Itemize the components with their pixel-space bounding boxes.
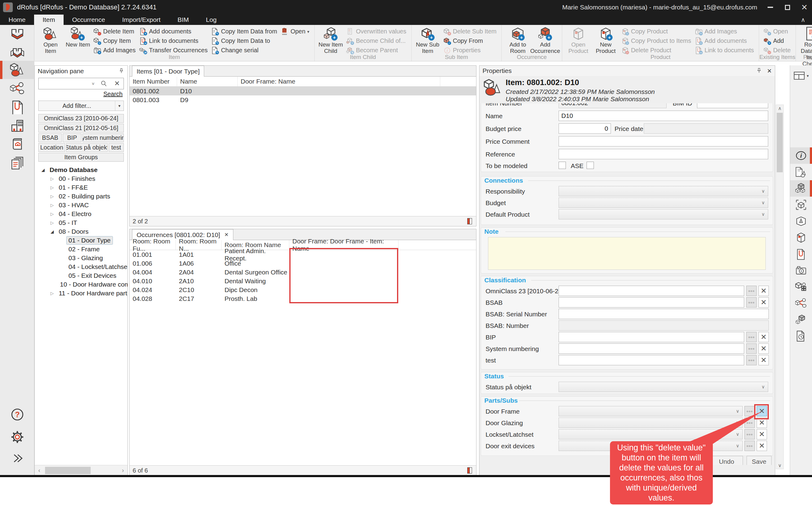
menu-tab-item[interactable]: Item [34, 15, 64, 25]
table-row[interactable]: 0801.002D10 [130, 87, 476, 95]
delete-value-button-door-frame[interactable]: ✕ [757, 406, 767, 416]
add-filter-button[interactable]: Add filter... ▾ [38, 101, 124, 111]
browse-button-test[interactable]: ○○○ [746, 355, 757, 365]
input-bip[interactable] [558, 332, 744, 342]
sidebar-item-reports[interactable] [0, 154, 35, 173]
browse-button-bip[interactable]: ○○○ [746, 332, 757, 342]
table-row[interactable]: 04.0282C17Prosth. Lab [130, 294, 476, 303]
filter-button-system-numbering[interactable]: System numbering [82, 134, 124, 142]
scroll-down-icon[interactable]: ∨ [776, 462, 784, 468]
minimize-button[interactable] [766, 3, 775, 12]
search-icon[interactable] [100, 80, 108, 87]
bim-id-field[interactable] [697, 103, 768, 108]
tree-node-11-door-hardware-parts[interactable]: ▷11 - Door Hardware parts [35, 289, 128, 298]
table-row[interactable]: 0801.003D9 [130, 95, 476, 104]
delete-value-button-system-numbering[interactable]: ✕ [758, 343, 769, 354]
open-button[interactable]: wwwOpen▾ [281, 27, 310, 36]
expand-icon[interactable]: ▷ [51, 291, 57, 296]
right-strip-layout-table[interactable]: ▾ [790, 68, 812, 84]
copy-item-data-from-button[interactable]: ✎Copy Item Data from [211, 27, 277, 36]
sidebar-item-help[interactable]: ? [0, 405, 35, 424]
price-comment-field[interactable] [558, 136, 768, 147]
pin-icon[interactable] [118, 68, 124, 74]
collapse-ribbon-icon[interactable]: ∧ [801, 16, 805, 23]
column-header-room-room-n[interactable]: Room: Room N... [176, 240, 221, 250]
collapse-icon[interactable]: ◢ [42, 167, 48, 172]
collapse-icon[interactable]: ◢ [51, 229, 57, 234]
input-test[interactable] [558, 355, 744, 365]
right-strip-item-connections[interactable] [790, 295, 812, 312]
tree-node-03-glazing[interactable]: 03 - Glazing [35, 253, 128, 262]
right-strip-log-history[interactable] [790, 328, 812, 344]
column-header-item-number[interactable]: Item Number [130, 77, 177, 86]
filter-button-status-p-objekt[interactable]: Status på objekt [66, 143, 108, 152]
sidebar-item-expand[interactable] [0, 449, 35, 468]
dropdown-lockset-latchset[interactable]: ∨ [558, 429, 743, 439]
expand-icon[interactable]: ▷ [51, 212, 57, 217]
new-product-button[interactable]: +New Product [592, 26, 619, 54]
menu-tab-home[interactable]: Home [0, 15, 34, 25]
browse-button-lockset-latchset[interactable]: ○○○ [744, 429, 755, 439]
vertical-scrollbar[interactable]: ∧ ∨ [776, 104, 784, 469]
filter-button-location[interactable]: Location [38, 143, 65, 152]
delete-value-button-door-glazing[interactable]: ✕ [757, 418, 767, 428]
scrollbar-thumb[interactable] [45, 467, 91, 474]
right-strip-info[interactable]: i [790, 147, 812, 164]
close-panel-icon[interactable]: ✕ [767, 68, 772, 74]
items-tab[interactable]: Items [01 - Door Type] [132, 66, 204, 77]
tree-node-04-electro[interactable]: ▷04 - Electro [35, 209, 128, 218]
filter-button-test[interactable]: test [109, 143, 124, 152]
scroll-up-icon[interactable]: ∧ [776, 105, 784, 111]
sidebar-item-items[interactable] [0, 61, 35, 79]
budget-price-field[interactable]: 0 [558, 123, 611, 134]
right-strip-documents[interactable] [790, 246, 812, 262]
right-strip-item-child[interactable] [790, 180, 812, 197]
right-strip-images[interactable] [790, 262, 812, 279]
sidebar-item-settings[interactable] [0, 428, 35, 446]
tree-node-demo-database[interactable]: ◢Demo Database [35, 165, 128, 174]
chevron-down-icon[interactable]: ˅ [89, 81, 97, 86]
scroll-left-icon[interactable]: ‹ [35, 467, 44, 474]
right-strip-item-document[interactable] [790, 164, 812, 180]
dropdown-responsibility[interactable]: ∨ [558, 186, 768, 196]
new-item-child-button[interactable]: +New Item Child [317, 26, 344, 54]
input-omniclass-23-2010-06-24[interactable] [558, 286, 744, 296]
table-row[interactable]: 01.0011A01Patient Admin. Recept. [130, 250, 476, 259]
filter-button-omniclass-23-2010-06-24[interactable]: OmniClass 23 [2010-06-24] [38, 114, 124, 123]
sidebar-item-rooms[interactable] [0, 25, 35, 43]
filter-button-omniclass-21-2012-05-16[interactable]: OmniClass 21 [2012-05-16] [38, 124, 124, 133]
right-strip-item-children[interactable] [790, 312, 812, 328]
expand-icon[interactable]: ▷ [51, 203, 57, 207]
add-to-room-button[interactable]: +Add to Room [504, 26, 531, 54]
tree-node-03-hvac[interactable]: ▷03 - HVAC [35, 200, 128, 209]
add-button[interactable]: +Add [763, 36, 791, 46]
add-occurrence-button[interactable]: +Add Occurrence [532, 26, 558, 54]
sidebar-item-documents[interactable] [0, 98, 35, 116]
expand-icon[interactable]: ▷ [51, 220, 57, 225]
delete-value-button-bip[interactable]: ✕ [758, 332, 769, 342]
pin-icon[interactable] [756, 68, 762, 74]
clear-search-icon[interactable]: ✕ [111, 80, 124, 88]
input-system-numbering[interactable] [558, 343, 744, 354]
close-button[interactable]: ✕ [800, 3, 809, 12]
menu-tab-import-export[interactable]: Import/Export [114, 15, 169, 25]
column-picker-icon[interactable] [466, 217, 473, 225]
input-bsab[interactable] [558, 297, 744, 308]
sidebar-item-product-catalog[interactable] [0, 136, 35, 154]
filter-button-bsab[interactable]: BSAB [38, 134, 62, 142]
reference-field[interactable] [558, 149, 768, 159]
browse-button-door-frame[interactable]: ○○○ [744, 406, 755, 416]
tree-node-05-exit-devices[interactable]: 05 - Exit Devices [35, 271, 128, 280]
delete-value-button-lockset-latchset[interactable]: ✕ [757, 429, 767, 439]
to-be-modeled-checkbox[interactable] [558, 162, 566, 169]
right-strip-item-matrix[interactable] [790, 279, 812, 295]
column-picker-icon[interactable] [466, 467, 473, 475]
undo-button[interactable]: Undo [710, 456, 743, 465]
new-item-button[interactable]: +New Item [65, 26, 91, 48]
browse-button-bsab[interactable]: ○○○ [746, 297, 757, 308]
tree-node-01-ff-e[interactable]: ▷01 - FF&E [35, 183, 128, 192]
menu-tab-bim[interactable]: BIM [169, 15, 197, 25]
filter-button-item-groups[interactable]: Item Groups [38, 153, 124, 162]
sidebar-item-item-connections[interactable] [0, 80, 35, 98]
input-bsab-serial-number[interactable] [558, 309, 769, 319]
